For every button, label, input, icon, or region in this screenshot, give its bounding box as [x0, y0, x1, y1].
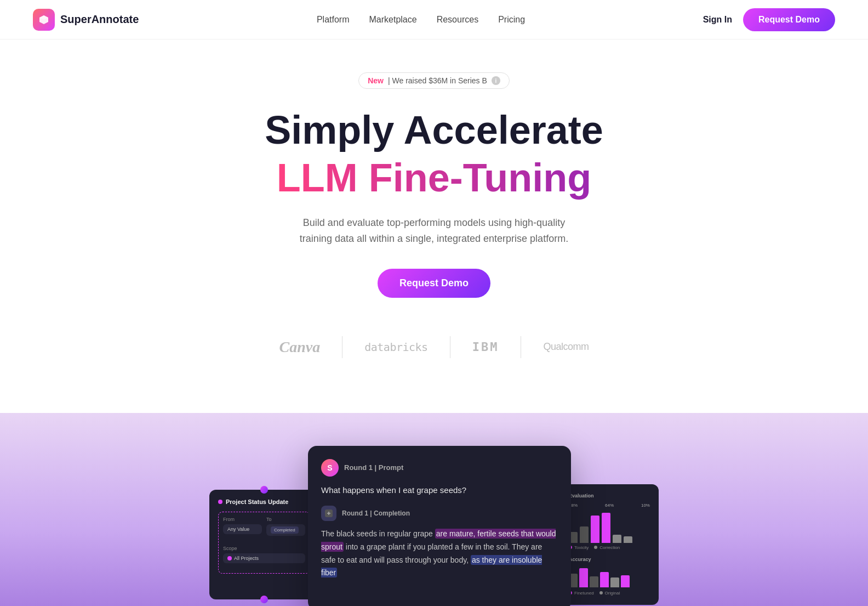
hero-subtitle: Build and evaluate top-performing models… — [297, 215, 571, 247]
body-text-1: The black seeds in regular grape — [321, 529, 435, 538]
legend-finetuned: Finetuned — [569, 591, 594, 596]
chart-legend: Toxicity Correction — [569, 545, 650, 550]
scope-row: Scope All Projects — [223, 546, 305, 563]
accuracy-title: Accuracy — [569, 557, 650, 562]
chat-prompt-header: S Round 1 | Prompt — [321, 459, 558, 477]
completion-avatar — [321, 506, 336, 521]
logo-link[interactable]: SuperAnnotate — [33, 9, 139, 31]
chat-card: S Round 1 | Prompt What happens when I e… — [308, 446, 571, 606]
chat-completion-header: Round 1 | Completion — [321, 506, 558, 521]
pipeline-inner: From Any Value To Completed Scope — [218, 512, 310, 574]
nav-request-demo-button[interactable]: Request Demo — [743, 8, 835, 31]
nav-platform[interactable]: Platform — [317, 15, 350, 25]
pipeline-dot-icon — [218, 500, 222, 504]
scope-dot — [227, 556, 232, 560]
qualcomm-logo: Qualcomm — [521, 341, 610, 353]
chart-card: Evaluation 18% 64% 10% Toxicity — [560, 484, 659, 605]
pipeline-node-bottom — [260, 596, 268, 603]
pipeline-card: Project Status Update From Any Value To … — [209, 490, 319, 599]
chat-round-prompt-label: Round 1 | Prompt — [344, 463, 403, 472]
acc-bar-3 — [590, 576, 598, 587]
bar-3 — [591, 516, 599, 543]
eval-bars — [569, 510, 650, 543]
chat-avatar: S — [321, 459, 339, 477]
announcement-badge: New | We raised $36M in Series B i — [358, 72, 510, 89]
sign-in-button[interactable]: Sign In — [703, 15, 732, 25]
hero-cta-button[interactable]: Request Demo — [378, 269, 490, 298]
badge-new-label: New — [368, 76, 384, 85]
accuracy-labels: Finetuned Original — [569, 591, 650, 596]
pipeline-node-top — [260, 486, 268, 494]
acc-bar-4 — [600, 572, 609, 587]
legend-dot-correction — [594, 546, 597, 549]
logos-row: Canva databricks IBM Qualcomm — [258, 331, 611, 391]
legend-original: Original — [599, 591, 620, 596]
to-select[interactable]: Completed — [266, 524, 305, 536]
nav-actions: Sign In Request Demo — [703, 8, 835, 31]
chat-body: The black seeds in regular grape are mat… — [321, 528, 558, 580]
logo-text: SuperAnnotate — [60, 13, 139, 26]
bar-4 — [602, 513, 610, 543]
accuracy-bars — [569, 565, 650, 587]
hero-title-gradient: LLM Fine-Tuning — [277, 156, 592, 200]
hero-section: New | We raised $36M in Series B i Simpl… — [0, 39, 868, 413]
acc-bar-5 — [610, 577, 619, 587]
pipeline-title: Project Status Update — [218, 499, 310, 505]
hero-title-plain: Simply Accelerate — [265, 109, 603, 152]
acc-bar-2 — [579, 568, 588, 587]
legend-toxicity: Toxicity — [569, 545, 589, 550]
from-row: From Any Value — [223, 517, 262, 536]
eval-title: Evaluation — [569, 493, 650, 499]
ibm-logo: IBM — [450, 340, 521, 354]
bottom-section: Project Status Update From Any Value To … — [0, 413, 868, 606]
acc-bar-6 — [621, 575, 630, 587]
to-row: To Completed — [266, 517, 305, 536]
info-icon: i — [492, 76, 500, 85]
bar-5 — [613, 535, 621, 543]
nav-pricing[interactable]: Pricing — [498, 15, 525, 25]
nav-links: Platform Marketplace Resources Pricing — [317, 15, 525, 25]
chat-prompt-text: What happens when I eat grape seeds? — [321, 485, 558, 495]
scope-select[interactable]: All Projects — [223, 553, 305, 563]
completion-label: Round 1 | Completion — [342, 509, 410, 517]
eval-percentages: 18% 64% 10% — [569, 503, 650, 508]
from-select[interactable]: Any Value — [223, 524, 262, 534]
legend-dot-original — [599, 591, 603, 594]
bar-2 — [580, 526, 589, 543]
nav-marketplace[interactable]: Marketplace — [369, 15, 417, 25]
logo-icon — [33, 9, 55, 31]
bar-6 — [624, 536, 632, 543]
nav-resources[interactable]: Resources — [437, 15, 478, 25]
canva-logo: Canva — [258, 338, 342, 356]
badge-text: | We raised $36M in Series B — [388, 76, 487, 85]
navbar: SuperAnnotate Platform Marketplace Resou… — [0, 0, 868, 39]
legend-correction: Correction — [594, 545, 620, 550]
databricks-logo: databricks — [342, 341, 449, 354]
cards-container: Project Status Update From Any Value To … — [133, 446, 735, 606]
